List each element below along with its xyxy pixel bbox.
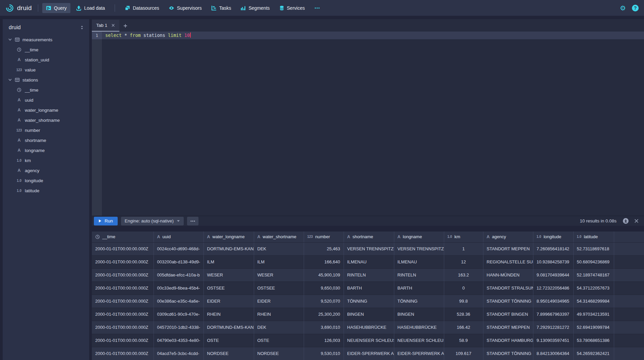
cell-shortname[interactable]: EIDER-SPERRWERK AP bbox=[344, 347, 394, 360]
cell-water-shortname[interactable]: DEK bbox=[254, 321, 304, 334]
table-row[interactable]: 2000-01-01T00:00:00.000Z003200ab-d138-49… bbox=[92, 255, 644, 268]
cell-shortname[interactable]: TÖNNING bbox=[344, 295, 394, 308]
tab-close-icon[interactable] bbox=[111, 23, 115, 27]
tree-item-station-uuid[interactable]: Astation_uuid bbox=[3, 55, 89, 65]
cell-agency[interactable]: HANN-MÜNDEN bbox=[483, 268, 533, 281]
cell-agency[interactable]: STANDORT TÖNNING bbox=[483, 295, 533, 308]
help-icon[interactable]: ? bbox=[632, 5, 639, 11]
nav-item-services[interactable]: Services bbox=[276, 3, 309, 13]
column-header-uuid[interactable]: Auuid bbox=[154, 232, 203, 242]
cell-latitude[interactable]: 54.26592362421 bbox=[573, 347, 614, 360]
cell-longitude[interactable]: 8.950149034965 bbox=[533, 295, 573, 308]
cell-uuid[interactable]: 04acd7e5-3cbc-4cdd- bbox=[154, 347, 203, 360]
column-header-time[interactable]: __time bbox=[92, 232, 154, 242]
cell-water-shortname[interactable]: ILM bbox=[254, 255, 304, 268]
tree-item-km[interactable]: 1.0km bbox=[3, 155, 89, 165]
cell-uuid[interactable]: 0309cd61-90c9-470e- bbox=[154, 308, 203, 321]
cell-time[interactable]: 2000-01-01T00:00:00.000Z bbox=[92, 321, 154, 334]
cell-uuid[interactable]: 003200ab-d138-49d9- bbox=[154, 255, 203, 268]
cell-agency[interactable]: STANDORT STRALSUN bbox=[483, 281, 533, 295]
nav-item-datasources[interactable]: Datasources bbox=[121, 3, 163, 13]
column-header-water-shortname[interactable]: Awater_shortname bbox=[254, 232, 304, 242]
cell-longname[interactable]: BINGEN bbox=[394, 308, 444, 321]
gear-icon[interactable]: ⚙ bbox=[620, 5, 626, 11]
tree-item-agency[interactable]: Aagency bbox=[3, 165, 89, 175]
cell-shortname[interactable]: ILMENAU bbox=[344, 255, 394, 268]
cell-number[interactable]: 3,690,010 bbox=[304, 321, 344, 334]
cell-water-shortname[interactable]: OSTSEE bbox=[254, 281, 304, 295]
table-row[interactable]: 2000-01-01T00:00:00.000Z00e386ac-e35c-4a… bbox=[92, 295, 644, 308]
sort-columns-icon[interactable] bbox=[80, 25, 84, 30]
nav-item-load-data[interactable]: Load data bbox=[72, 3, 109, 13]
sql-editor[interactable]: 1 select * from stations limit 10 bbox=[92, 32, 644, 216]
cell-longitude[interactable]: 10.92884258739 bbox=[533, 255, 573, 268]
cell-water-shortname[interactable]: RHEIN bbox=[254, 308, 304, 321]
run-button[interactable]: Run bbox=[94, 217, 118, 225]
nav-item-query[interactable]: Query bbox=[42, 3, 70, 13]
cell-longname[interactable]: RINTELN bbox=[394, 268, 444, 281]
cell-shortname[interactable]: NEUENSEER SCHLEUS bbox=[344, 334, 394, 347]
cell-km[interactable]: 166.42 bbox=[444, 321, 483, 334]
cell-longname[interactable]: NEUENSEER SCHLEUS bbox=[394, 334, 444, 347]
cell-number[interactable]: 126,003 bbox=[304, 334, 344, 347]
nav-item-supervisors[interactable]: Supervisors bbox=[165, 3, 206, 13]
cell-water-longname[interactable]: WESER bbox=[203, 268, 254, 281]
cell-longitude[interactable]: 7.899667963397 bbox=[533, 308, 573, 321]
table-row[interactable]: 2000-01-01T00:00:00.000Z00c33ed9-6bea-45… bbox=[92, 281, 644, 295]
tree-item-stations[interactable]: stations bbox=[3, 75, 89, 85]
download-icon[interactable] bbox=[623, 218, 629, 224]
engine-select[interactable]: Engine: auto (sql-native) bbox=[121, 217, 184, 225]
tab-1[interactable]: Tab 1 bbox=[92, 20, 119, 32]
table-row[interactable]: 2000-01-01T00:00:00.000Z005dfdae-efcc-41… bbox=[92, 268, 644, 281]
cell-uuid[interactable]: 005dfdae-efcc-410a-b bbox=[154, 268, 203, 281]
cell-latitude[interactable]: 54.37122057673 bbox=[573, 281, 614, 295]
cell-latitude[interactable]: 54.31468299984 bbox=[573, 295, 614, 308]
cell-water-longname[interactable]: DORTMUND-EMS-KANA bbox=[203, 242, 254, 255]
cell-agency[interactable]: STANDORT BINGEN bbox=[483, 308, 533, 321]
table-row[interactable]: 2000-01-01T00:00:00.000Z0024cc40-d690-46… bbox=[92, 242, 644, 255]
cell-water-shortname[interactable]: EIDER bbox=[254, 295, 304, 308]
cell-water-longname[interactable]: OSTSEE bbox=[203, 281, 254, 295]
tree-item-shortname[interactable]: Ashortname bbox=[3, 135, 89, 145]
cell-uuid[interactable]: 00c33ed9-6bea-45b4- bbox=[154, 281, 203, 295]
tree-item-value[interactable]: 123value bbox=[3, 65, 89, 75]
column-header-latitude[interactable]: 1.0latitude bbox=[573, 232, 614, 242]
cell-uuid[interactable]: 0024cc40-d690-468d- bbox=[154, 242, 203, 255]
cell-time[interactable]: 2000-01-01T00:00:00.000Z bbox=[92, 308, 154, 321]
cell-water-longname[interactable]: OSTE bbox=[203, 334, 254, 347]
cell-longname[interactable]: HASEHUBBRÜCKE bbox=[394, 321, 444, 334]
cell-water-shortname[interactable]: NORDSEE bbox=[254, 347, 304, 360]
cell-km[interactable]: 99.8 bbox=[444, 295, 483, 308]
cell-number[interactable]: 25,463 bbox=[304, 242, 344, 255]
tree-item-time[interactable]: __time bbox=[3, 85, 89, 95]
cell-agency[interactable]: STANDORT MEPPEN bbox=[483, 321, 533, 334]
sql-line[interactable]: select * from stations limit 10 bbox=[102, 32, 644, 39]
cell-number[interactable]: 9,650,030 bbox=[304, 281, 344, 295]
cell-number[interactable]: 45,900,109 bbox=[304, 268, 344, 281]
column-header-km[interactable]: 1.0km bbox=[444, 232, 483, 242]
cell-shortname[interactable]: HASEHUBBRÜCKE bbox=[344, 321, 394, 334]
tree-item-longitude[interactable]: 1.0longitude bbox=[3, 175, 89, 186]
cell-longitude[interactable]: 12.72322056486 bbox=[533, 281, 573, 295]
cell-latitude[interactable]: 49.97034213591 bbox=[573, 308, 614, 321]
cell-uuid[interactable]: 04790e03-4353-4e80- bbox=[154, 334, 203, 347]
cell-longname[interactable]: ILMENAU bbox=[394, 255, 444, 268]
table-row[interactable]: 2000-01-01T00:00:00.000Z04790e03-4353-4e… bbox=[92, 334, 644, 347]
cell-shortname[interactable]: BINGEN bbox=[344, 308, 394, 321]
column-header-agency[interactable]: Aagency bbox=[483, 232, 533, 242]
cell-water-longname[interactable]: DORTMUND-EMS-KANA bbox=[203, 321, 254, 334]
cell-water-shortname[interactable]: OSTE bbox=[254, 334, 304, 347]
cell-water-shortname[interactable]: DEK bbox=[254, 242, 304, 255]
tree-item-longname[interactable]: Alongname bbox=[3, 145, 89, 155]
cell-km[interactable]: 1 bbox=[444, 242, 483, 255]
cell-number[interactable]: 25,300,200 bbox=[304, 308, 344, 321]
tree-item-latitude[interactable]: 1.0latitude bbox=[3, 186, 89, 196]
cell-agency[interactable]: STANDORT TÖNNING bbox=[483, 347, 533, 360]
cell-time[interactable]: 2000-01-01T00:00:00.000Z bbox=[92, 281, 154, 295]
cell-longitude[interactable]: 9.081704939644 bbox=[533, 268, 573, 281]
cell-time[interactable]: 2000-01-01T00:00:00.000Z bbox=[92, 334, 154, 347]
table-row[interactable]: 2000-01-01T00:00:00.000Z0309cd61-90c9-47… bbox=[92, 308, 644, 321]
cell-number[interactable]: 166,640 bbox=[304, 255, 344, 268]
column-header-longname[interactable]: Alongname bbox=[394, 232, 444, 242]
cell-km[interactable]: 163.2 bbox=[444, 268, 483, 281]
